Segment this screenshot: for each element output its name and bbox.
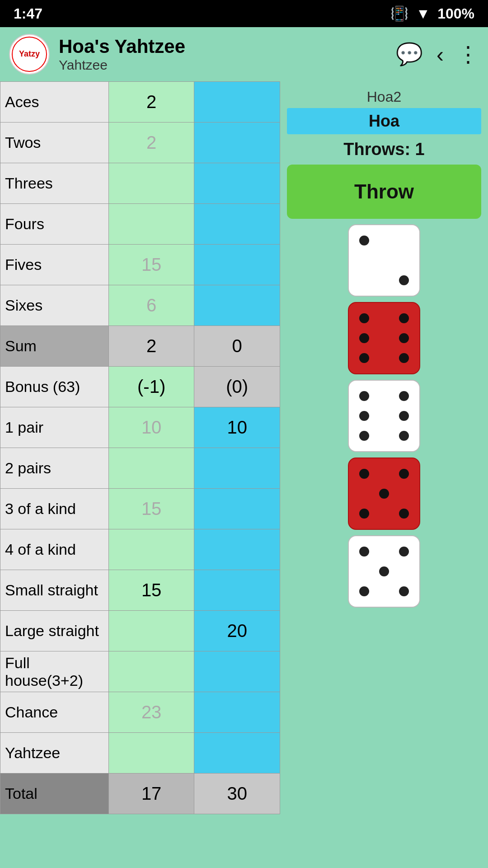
row-p1-3[interactable] bbox=[108, 204, 194, 245]
row-label-4: Fives bbox=[0, 245, 109, 285]
right-panel: Hoa2 Hoa Throws: 1 Throw bbox=[280, 81, 488, 814]
more-icon[interactable]: ⋮ bbox=[457, 42, 479, 67]
row-label-1: Twos bbox=[0, 123, 109, 163]
status-bar: 1:47 📳 ▼ 100% bbox=[0, 0, 488, 27]
row-p1-4[interactable]: 15 bbox=[108, 245, 194, 285]
player2-name: Hoa2 bbox=[367, 86, 402, 108]
score-table: Aces2Twos2ThreesFoursFives15Sixes6Sum20B… bbox=[0, 81, 280, 814]
row-label-9: 2 pairs bbox=[0, 448, 109, 489]
row-p1-10[interactable]: 15 bbox=[108, 489, 194, 529]
row-p1-11[interactable] bbox=[108, 529, 194, 570]
row-p1-17[interactable]: 17 bbox=[108, 774, 194, 814]
row-label-7: Bonus (63) bbox=[0, 367, 109, 407]
row-label-0: Aces bbox=[0, 82, 109, 123]
row-p2-0[interactable] bbox=[194, 82, 280, 123]
row-p2-7[interactable]: (0) bbox=[194, 367, 280, 407]
row-p2-6[interactable]: 0 bbox=[194, 326, 280, 367]
status-icons: 📳 ▼ 100% bbox=[390, 5, 474, 22]
row-p2-14[interactable] bbox=[194, 651, 280, 692]
row-p1-14[interactable] bbox=[108, 651, 194, 692]
row-label-11: 4 of a kind bbox=[0, 529, 109, 570]
row-p1-8[interactable]: 10 bbox=[108, 407, 194, 448]
row-p2-11[interactable] bbox=[194, 529, 280, 570]
row-label-6: Sum bbox=[0, 326, 109, 367]
chat-icon[interactable]: 💬 bbox=[396, 42, 423, 67]
row-label-8: 1 pair bbox=[0, 407, 109, 448]
die-5[interactable] bbox=[348, 535, 420, 608]
row-p1-5[interactable]: 6 bbox=[108, 285, 194, 326]
throws-label: Throws: 1 bbox=[343, 140, 424, 159]
row-label-14: Full house(3+2) bbox=[0, 651, 109, 692]
row-p1-12[interactable]: 15 bbox=[108, 570, 194, 611]
back-icon[interactable]: ‹ bbox=[436, 42, 444, 67]
row-p1-16[interactable] bbox=[108, 733, 194, 774]
row-p1-0[interactable]: 2 bbox=[108, 82, 194, 123]
player-names: Hoa2 Hoa bbox=[287, 86, 481, 134]
row-p1-7[interactable]: (-1) bbox=[108, 367, 194, 407]
row-label-10: 3 of a kind bbox=[0, 489, 109, 529]
row-p2-8[interactable]: 10 bbox=[194, 407, 280, 448]
app-title: Hoa's Yahtzee bbox=[59, 36, 387, 57]
row-p2-16[interactable] bbox=[194, 733, 280, 774]
row-p2-2[interactable] bbox=[194, 163, 280, 204]
row-p2-10[interactable] bbox=[194, 489, 280, 529]
row-label-2: Threes bbox=[0, 163, 109, 204]
app-logo: Yatzy bbox=[9, 34, 50, 75]
row-label-12: Small straight bbox=[0, 570, 109, 611]
vibrate-icon: 📳 bbox=[390, 5, 408, 22]
die-2[interactable] bbox=[348, 302, 420, 374]
app-title-block: Hoa's Yahtzee Yahtzee bbox=[59, 36, 387, 73]
row-p1-9[interactable] bbox=[108, 448, 194, 489]
wifi-icon: ▼ bbox=[416, 5, 430, 22]
row-label-3: Fours bbox=[0, 204, 109, 245]
app-subtitle: Yahtzee bbox=[59, 57, 387, 73]
row-p1-15[interactable]: 23 bbox=[108, 692, 194, 733]
row-label-13: Large straight bbox=[0, 611, 109, 651]
row-p1-1[interactable]: 2 bbox=[108, 123, 194, 163]
row-p2-17[interactable]: 30 bbox=[194, 774, 280, 814]
row-label-5: Sixes bbox=[0, 285, 109, 326]
die-1[interactable] bbox=[348, 224, 420, 297]
player1-name: Hoa bbox=[287, 108, 481, 134]
row-p2-5[interactable] bbox=[194, 285, 280, 326]
header-icons: 💬 ‹ ⋮ bbox=[396, 42, 479, 67]
row-label-17: Total bbox=[0, 774, 109, 814]
row-p2-4[interactable] bbox=[194, 245, 280, 285]
row-label-16: Yahtzee bbox=[0, 733, 109, 774]
row-p2-12[interactable] bbox=[194, 570, 280, 611]
row-p2-1[interactable] bbox=[194, 123, 280, 163]
status-time: 1:47 bbox=[14, 5, 42, 22]
row-p1-13[interactable] bbox=[108, 611, 194, 651]
die-4[interactable] bbox=[348, 458, 420, 530]
battery-label: 100% bbox=[437, 5, 474, 22]
row-p2-15[interactable] bbox=[194, 692, 280, 733]
die-3[interactable] bbox=[348, 380, 420, 452]
main-content: Aces2Twos2ThreesFoursFives15Sixes6Sum20B… bbox=[0, 81, 488, 814]
throw-button[interactable]: Throw bbox=[287, 165, 481, 219]
row-p2-9[interactable] bbox=[194, 448, 280, 489]
row-p2-3[interactable] bbox=[194, 204, 280, 245]
app-header: Yatzy Hoa's Yahtzee Yahtzee 💬 ‹ ⋮ bbox=[0, 27, 488, 81]
row-p1-6[interactable]: 2 bbox=[108, 326, 194, 367]
row-label-15: Chance bbox=[0, 692, 109, 733]
row-p2-13[interactable]: 20 bbox=[194, 611, 280, 651]
row-p1-2[interactable] bbox=[108, 163, 194, 204]
